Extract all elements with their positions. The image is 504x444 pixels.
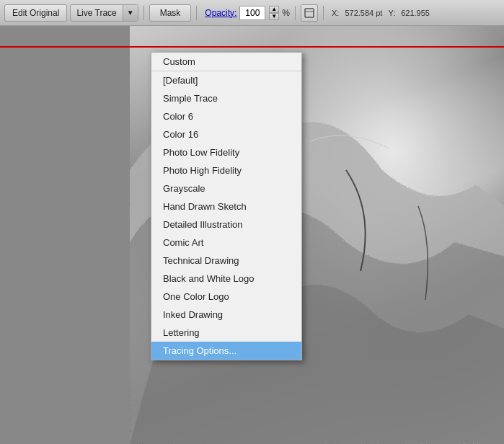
menu-item-default[interactable]: [Default] [151,71,301,89]
opacity-percent: % [282,8,290,18]
x-value: 572.584 pt [345,9,382,17]
style-icon-button[interactable] [301,4,318,22]
menu-item-color-6[interactable]: Color 6 [151,107,301,125]
opacity-arrows: ▲ ▼ [269,6,279,20]
menu-item-bw-logo[interactable]: Black and White Logo [151,270,301,288]
dropdown-menu: Custom[Default]Simple TraceColor 6Color … [151,52,302,360]
canvas-red-line [0,46,504,48]
mask-button[interactable]: Mask [149,4,192,22]
style-icon [304,8,314,18]
menu-item-inked[interactable]: Inked Drawing [151,306,301,324]
menu-item-photo-high[interactable]: Photo High Fidelity [151,161,301,179]
menu-item-grayscale[interactable]: Grayscale [151,179,301,197]
y-value: 621.955 [401,9,430,17]
opacity-increase-button[interactable]: ▲ [269,6,279,13]
live-trace-button[interactable]: Live Trace ▼ [70,4,138,22]
y-label: Y: [388,9,395,17]
canvas-area: Custom[Default]Simple TraceColor 6Color … [0,26,504,444]
toolbar: Edit Original Live Trace ▼ Mask Opacity:… [0,0,504,26]
live-trace-label: Live Trace [71,5,122,21]
menu-item-hand-drawn[interactable]: Hand Drawn Sketch [151,197,301,216]
opacity-input[interactable] [239,6,265,20]
menu-item-simple-trace[interactable]: Simple Trace [151,89,301,107]
menu-item-technical[interactable]: Technical Drawing [151,252,301,270]
svg-rect-0 [305,9,314,17]
menu-item-tracing-options[interactable]: Tracing Options... [151,342,301,360]
toolbar-separator-2 [196,6,197,20]
toolbar-separator-1 [143,6,144,20]
edit-original-button[interactable]: Edit Original [4,4,67,22]
menu-item-detailed[interactable]: Detailed Illustration [151,216,301,234]
menu-item-custom[interactable]: Custom [151,53,301,71]
x-label: X: [332,9,339,17]
menu-item-one-color[interactable]: One Color Logo [151,288,301,306]
opacity-label: Opacity: [205,8,236,18]
toolbar-separator-3 [295,6,296,20]
menu-item-lettering[interactable]: Lettering [151,324,301,342]
menu-item-comic-art[interactable]: Comic Art [151,234,301,252]
menu-item-photo-low[interactable]: Photo Low Fidelity [151,143,301,161]
mask-area: Mask [149,4,192,22]
menu-item-color-16[interactable]: Color 16 [151,125,301,143]
opacity-decrease-button[interactable]: ▼ [269,13,279,20]
toolbar-separator-4 [323,6,324,20]
live-trace-dropdown-arrow[interactable]: ▼ [123,5,138,21]
